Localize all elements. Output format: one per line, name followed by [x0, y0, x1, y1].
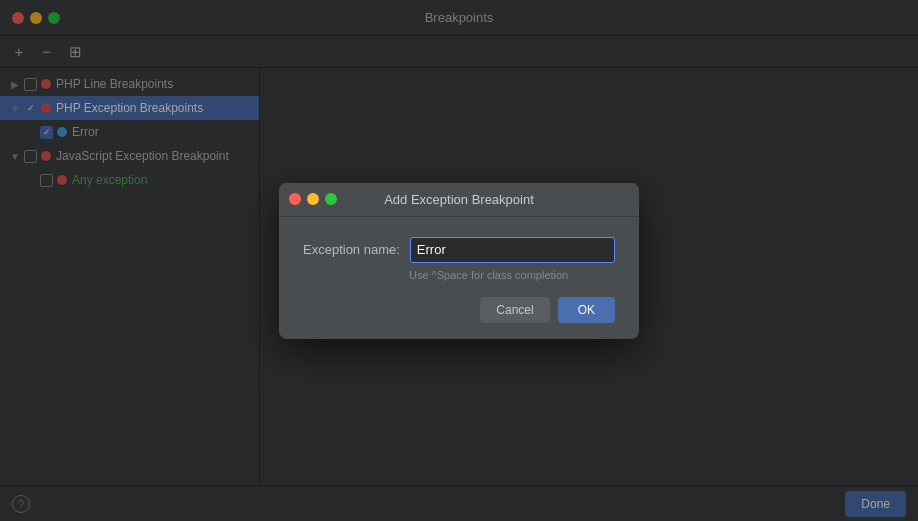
exception-name-label: Exception name: [303, 242, 400, 257]
cancel-button[interactable]: Cancel [480, 297, 549, 323]
exception-name-input[interactable] [410, 237, 615, 263]
modal-body: Exception name: Use ^Space for class com… [279, 217, 639, 339]
modal-actions: Cancel OK [303, 297, 615, 323]
modal-overlay: Add Exception Breakpoint Exception name:… [0, 0, 918, 521]
modal-close-icon[interactable] [289, 193, 301, 205]
modal-hint: Use ^Space for class completion [409, 269, 615, 281]
modal-dialog: Add Exception Breakpoint Exception name:… [279, 183, 639, 339]
modal-title: Add Exception Breakpoint [384, 192, 534, 207]
modal-form-row: Exception name: [303, 237, 615, 263]
modal-maximize-icon[interactable] [325, 193, 337, 205]
ok-button[interactable]: OK [558, 297, 615, 323]
modal-window-controls [289, 193, 337, 205]
modal-title-bar: Add Exception Breakpoint [279, 183, 639, 217]
modal-minimize-icon[interactable] [307, 193, 319, 205]
